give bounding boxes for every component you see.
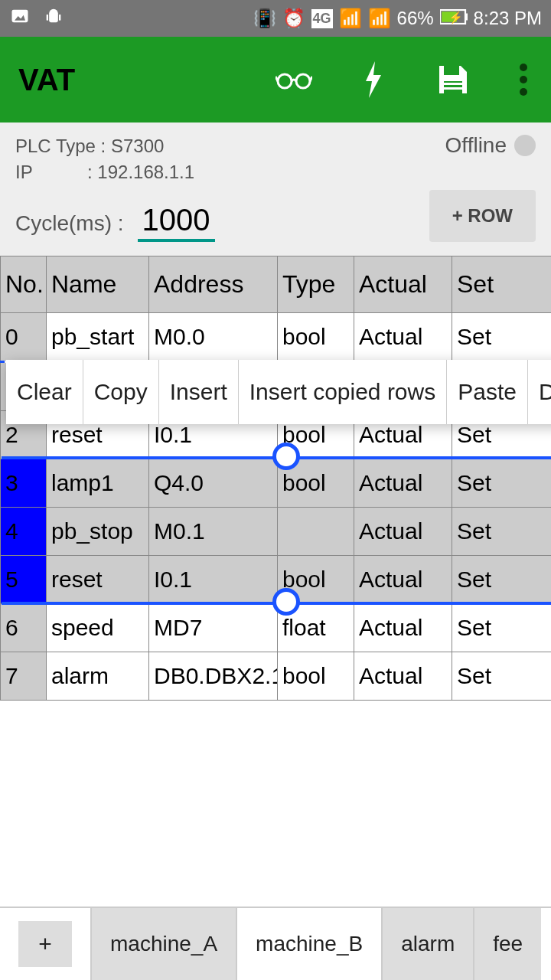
selection-bottom-handle[interactable] — [272, 588, 300, 616]
table-cell[interactable]: bool — [278, 313, 354, 362]
overflow-icon[interactable] — [514, 61, 533, 98]
table-cell[interactable]: Actual — [354, 604, 452, 652]
svg-rect-7 — [465, 14, 468, 21]
tab-add[interactable]: + — [0, 908, 92, 980]
col-set[interactable]: Set — [452, 256, 552, 313]
table-cell[interactable]: speed — [47, 604, 149, 652]
signal2-icon: 📶 — [368, 8, 391, 29]
battery-pct: 66% — [397, 8, 434, 29]
tab-alarm[interactable]: alarm — [383, 908, 474, 980]
table-cell[interactable]: Actual — [354, 313, 452, 362]
plc-type-line: PLC Type : S7300 — [15, 133, 194, 159]
alarm-icon: ⏰ — [282, 8, 305, 29]
app-title: VAT — [18, 63, 75, 97]
table-row[interactable]: 3lamp1Q4.0boolActualSet — [1, 459, 552, 508]
table-cell[interactable]: 4 — [1, 508, 47, 556]
table-cell[interactable]: MD7 — [149, 604, 278, 652]
col-type[interactable]: Type — [278, 256, 354, 313]
col-address[interactable]: Address — [149, 256, 278, 313]
cycle-label: Cycle(ms) : — [15, 211, 124, 236]
table-cell[interactable] — [278, 508, 354, 556]
table-cell[interactable]: DB0.DBX2.1 — [149, 652, 278, 701]
table-cell[interactable]: 6 — [1, 604, 47, 652]
table-cell[interactable]: Set — [452, 604, 552, 652]
table-cell[interactable]: 0 — [1, 313, 47, 362]
table-cell[interactable]: M0.1 — [149, 508, 278, 556]
variable-table: No. Name Address Type Actual Set 0pb_sta… — [0, 256, 551, 701]
table-cell[interactable]: Set — [452, 652, 552, 701]
status-dot-icon — [514, 135, 536, 156]
table-cell[interactable]: Actual — [354, 508, 452, 556]
add-row-button[interactable]: + ROW — [429, 190, 536, 242]
svg-text:⚡: ⚡ — [448, 11, 462, 24]
table-cell[interactable]: Actual — [354, 556, 452, 604]
tab-machine-a[interactable]: machine_A — [92, 908, 237, 980]
ctx-insert-copied[interactable]: Insert copied rows — [239, 360, 447, 424]
connection-status: Offline — [445, 133, 536, 158]
table-cell[interactable]: 3 — [1, 459, 47, 508]
vibrate-icon: 📳 — [253, 8, 276, 29]
ctx-insert[interactable]: Insert — [159, 360, 239, 424]
ctx-copy[interactable]: Copy — [83, 360, 159, 424]
android-status-bar: 📳 ⏰ 4G 📶 📶 66% ⚡ 8:23 PM — [0, 0, 551, 37]
table-cell[interactable]: I0.1 — [149, 556, 278, 604]
col-actual[interactable]: Actual — [354, 256, 452, 313]
table-cell[interactable]: 5 — [1, 556, 47, 604]
plus-icon: + — [18, 921, 72, 967]
context-toolbar: Clear Copy Insert Insert copied rows Pas… — [6, 360, 551, 424]
table-cell[interactable]: pb_start — [47, 313, 149, 362]
ctx-paste[interactable]: Paste — [447, 360, 528, 424]
table-cell[interactable]: Set — [452, 459, 552, 508]
table-row[interactable]: 0pb_startM0.0boolActualSet — [1, 313, 552, 362]
table-cell[interactable]: pb_stop — [47, 508, 149, 556]
table-cell[interactable]: Set — [452, 313, 552, 362]
table-cell[interactable]: Set — [452, 508, 552, 556]
cycle-input[interactable]: 1000 — [138, 203, 215, 242]
signal1-icon: 📶 — [339, 8, 362, 29]
bottom-tabs: + machine_A machine_B alarm fee — [0, 906, 551, 980]
svg-rect-3 — [49, 14, 58, 23]
svg-point-10 — [278, 74, 292, 88]
col-name[interactable]: Name — [47, 256, 149, 313]
ctx-delete[interactable]: Delete — [528, 360, 551, 424]
table-cell[interactable]: lamp1 — [47, 459, 149, 508]
svg-rect-5 — [59, 15, 60, 21]
network-type: 4G — [311, 9, 333, 28]
table-cell[interactable]: Actual — [354, 652, 452, 701]
app-bar: VAT — [0, 37, 551, 122]
svg-rect-13 — [444, 66, 459, 75]
picture-icon — [9, 5, 31, 31]
variable-table-wrap: No. Name Address Type Actual Set 0pb_sta… — [0, 256, 551, 701]
table-header-row: No. Name Address Type Actual Set — [1, 256, 552, 313]
ctx-clear[interactable]: Clear — [6, 360, 83, 424]
tab-machine-b[interactable]: machine_B — [237, 908, 383, 980]
table-row[interactable]: 7alarmDB0.DBX2.1boolActualSet — [1, 652, 552, 701]
glasses-icon[interactable] — [276, 61, 312, 98]
tab-feed[interactable]: fee — [474, 908, 541, 980]
table-row[interactable]: 4pb_stopM0.1ActualSet — [1, 508, 552, 556]
svg-rect-15 — [444, 83, 462, 85]
table-cell[interactable]: Actual — [354, 459, 452, 508]
android-icon — [43, 5, 64, 31]
table-cell[interactable]: M0.0 — [149, 313, 278, 362]
status-left — [9, 5, 64, 31]
info-panel: PLC Type : S7300 IP: 192.168.1.1 Offline… — [0, 122, 551, 256]
svg-point-18 — [520, 76, 527, 83]
table-cell[interactable]: bool — [278, 652, 354, 701]
save-icon[interactable] — [435, 61, 471, 98]
svg-point-19 — [520, 88, 527, 96]
table-cell[interactable]: Set — [452, 556, 552, 604]
selection-top-handle[interactable] — [272, 443, 300, 470]
col-no[interactable]: No. — [1, 256, 47, 313]
table-cell[interactable]: Q4.0 — [149, 459, 278, 508]
status-right: 📳 ⏰ 4G 📶 📶 66% ⚡ 8:23 PM — [253, 8, 542, 29]
table-cell[interactable]: 7 — [1, 652, 47, 701]
table-cell[interactable]: reset — [47, 556, 149, 604]
svg-point-17 — [520, 64, 527, 71]
svg-rect-16 — [444, 87, 462, 90]
table-cell[interactable]: alarm — [47, 652, 149, 701]
bolt-icon[interactable] — [355, 61, 392, 98]
battery-icon: ⚡ — [440, 8, 468, 29]
svg-rect-4 — [47, 15, 48, 21]
status-time: 8:23 PM — [474, 8, 542, 29]
